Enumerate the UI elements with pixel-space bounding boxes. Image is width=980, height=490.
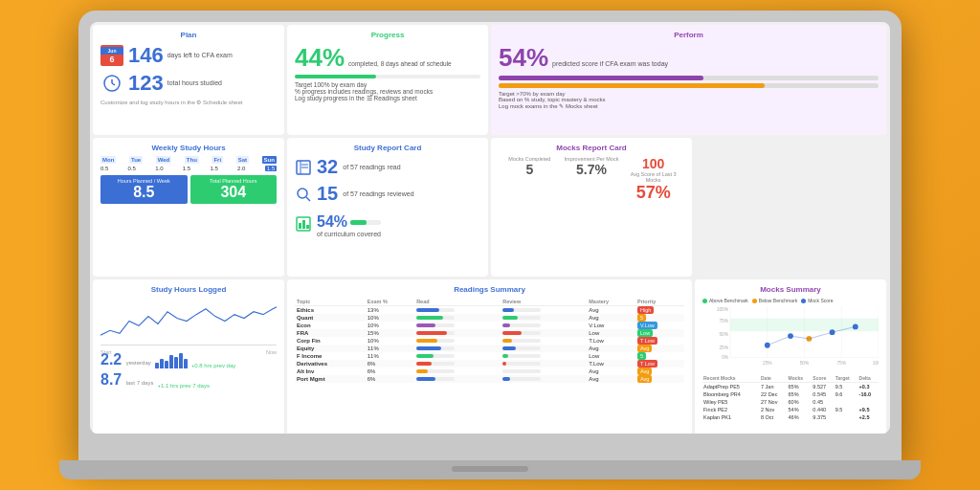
reading-topic: Corp Fin [295, 337, 366, 345]
reading-review [501, 314, 587, 322]
mocks-avg-icon: 100 [622, 156, 684, 171]
reading-review [501, 345, 587, 352]
curriculum-bar-row: 54% [317, 213, 381, 231]
reading-read [414, 306, 501, 315]
reading-topic: FRA [295, 329, 366, 337]
readings-read-num: 32 [317, 156, 338, 178]
svg-rect-10 [299, 223, 301, 229]
mock-date: 7 Jan [760, 383, 788, 391]
day-sat: Sat [236, 156, 249, 164]
mocks-col-delta: Delta [858, 374, 879, 383]
laptop-wrapper: Plan Jun 6 146 days left to CFA exam [59, 11, 921, 479]
mocks-row: Finck PE2 2 Nov 54% 0.440 9.5 +9.5 [702, 406, 879, 413]
svg-text:50%: 50% [719, 332, 728, 337]
days-left-num: 146 [128, 43, 164, 68]
day-tue: Tue [129, 156, 143, 164]
mock-date: 27 Nov [760, 398, 788, 406]
mock-name: Wiley PE5 [702, 398, 760, 406]
bar-6 [179, 353, 183, 368]
reading-row: Quant 10% Avg 5 [295, 314, 684, 322]
plan-day: 6 [109, 55, 114, 64]
plan-title: Plan [100, 31, 277, 39]
progress-desc1: Target 100% by exam day [295, 81, 480, 88]
reading-topic: Ethics [295, 306, 366, 315]
customize-text: Customize and log study hours in the ⚙ S… [100, 99, 277, 105]
logged-title: Study Hours Logged [100, 285, 277, 294]
svg-text:25%: 25% [763, 361, 772, 366]
reading-exam: 15% [366, 329, 414, 337]
mocks-row: Wiley PE5 27 Nov 60% 0.45 [702, 398, 879, 406]
study-report-title: Study Report Card [295, 144, 480, 152]
curriculum-row: 54% of curriculum covered [295, 210, 480, 237]
reading-read [414, 329, 501, 337]
readings-reviewed-row: 15 of 57 readings reviewed [295, 183, 480, 205]
progress-desc3: Log study progress in the ☰ Readings she… [295, 95, 480, 102]
weekly-card: Weekly Study Hours Mon Tue Wed Thu Fri S… [93, 138, 284, 277]
yesterday-label: yesterday [126, 360, 151, 366]
reading-review [501, 306, 587, 315]
perform-desc2: Log mock exams in the ✎ Mocks sheet [499, 102, 879, 109]
mocks-legend: Above Benchmark Below Benchmark Mock Sco… [702, 298, 879, 303]
curriculum-bar [350, 220, 381, 225]
start-label: Start [100, 349, 112, 355]
last7-delta: +1.1 hrs prev 7 days [157, 383, 210, 389]
perform-bar-purple-bg [499, 76, 879, 80]
readings-summary-title: Readings Summary [295, 285, 684, 294]
val-thu: 1.5 [183, 166, 190, 171]
mocks-completed-val: 5 [499, 162, 561, 177]
last7-label: last 7 days [126, 380, 154, 386]
mocks-col-score: Score [812, 374, 834, 383]
reading-row: Corp Fin 10% T.Low T Low [295, 337, 684, 345]
mock-target: 9.6 [835, 390, 858, 398]
readings-table-header: Topic Exam % Read Review Mastery Priorit… [295, 298, 684, 306]
mock-date: 8 Oct [760, 413, 788, 421]
mocks-col-target: Target [835, 374, 858, 383]
mocks-row: Kaplan PK1 8 Oct 46% 9.375 +2.5 [702, 413, 879, 421]
reading-topic: Port Mgmt [295, 375, 366, 383]
reading-review [501, 322, 587, 329]
legend-above-dot [702, 299, 707, 303]
val-fri: 1.5 [210, 166, 217, 171]
mock-name: AdaptPrep PE5 [702, 383, 760, 391]
mocks-summary-card: Mocks Summary Above Benchmark Below Benc… [695, 279, 886, 434]
mock-name: Bloomberg PR4 [702, 390, 760, 398]
mock-score: 9.375 [812, 413, 834, 421]
legend-mock: Mock Score [801, 298, 833, 303]
mocks-improvement-val: 5.7% [561, 162, 623, 177]
reading-exam: 6% [366, 360, 414, 368]
mocks-row: Bloomberg PR4 22 Dec 65% 0.545 9.6 -16.0 [702, 390, 879, 398]
mock-name: Finck PE2 [702, 406, 760, 413]
readings-reviewed-label: of 57 readings reviewed [343, 190, 413, 197]
mock-delta: +0.3 [858, 383, 879, 391]
laptop-base [59, 460, 921, 479]
svg-rect-12 [306, 225, 309, 229]
plan-month: Jun [100, 47, 123, 55]
day-thu: Thu [185, 156, 199, 164]
reading-topic: Quant [295, 314, 366, 322]
mocks-report-title: Mocks Report Card [499, 144, 684, 152]
day-fri: Fri [212, 156, 223, 164]
mocks-tbody: AdaptPrep PE5 7 Jan 65% 9.527 9.5 +0.3 B… [702, 383, 879, 422]
mocks-summary-title: Mocks Summary [702, 285, 879, 294]
reading-row: Econ 10% V.Low V.Low [295, 322, 684, 329]
svg-line-8 [306, 197, 310, 201]
reading-read [414, 345, 501, 352]
reading-priority: T Low [635, 360, 684, 368]
reading-topic: Econ [295, 322, 366, 329]
mock-mocks: 54% [788, 406, 813, 413]
readings-tbody: Ethics 13% Avg High Quant 10% Avg 5 Econ… [295, 306, 684, 384]
perform-bar-orange [499, 83, 765, 88]
readings-summary-card: Readings Summary Topic Exam % Read Revie… [287, 279, 692, 434]
bar-2 [160, 359, 164, 368]
reading-priority: 5 [635, 314, 684, 322]
legend-below: Below Benchmark [752, 298, 797, 303]
reading-topic: F Income [295, 352, 366, 360]
svg-line-2 [112, 83, 115, 85]
hours-planned-box: Hours Planned / Week 8.5 [100, 175, 188, 204]
reading-topic: Alt Inv [295, 368, 366, 375]
mock-target [835, 398, 858, 406]
svg-point-7 [298, 189, 307, 198]
reading-mastery: V.Low [587, 322, 635, 329]
plan-card: Plan Jun 6 146 days left to CFA exam [93, 25, 284, 135]
reading-topic: Equity [295, 345, 366, 352]
